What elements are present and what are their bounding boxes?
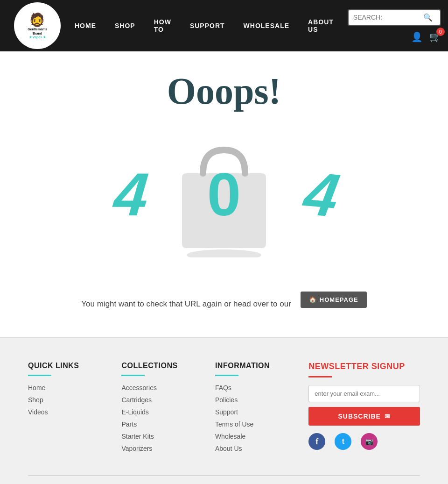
cart-badge: 0 — [436, 28, 445, 36]
subscribe-label: SUBSCRIBE — [338, 413, 380, 420]
collection-accessories[interactable]: Accessories — [121, 384, 156, 391]
quick-links-underline — [28, 375, 51, 376]
footer-quick-links: Quick Links Home Shop Videos — [28, 362, 107, 456]
information-underline — [215, 375, 238, 376]
site-header: 🧔 Gentleman's Brand ★ Vapes ★ HOME SHOP … — [0, 0, 448, 51]
collections-heading: Collections — [121, 362, 201, 370]
subscribe-button[interactable]: SUBSCRIBE ✉ — [308, 407, 420, 426]
list-item: FAQs — [215, 384, 294, 392]
list-item: Wholesale — [215, 432, 294, 441]
instagram-icon[interactable]: 📷 — [361, 433, 378, 450]
list-item: Home — [28, 384, 107, 392]
quick-link-videos[interactable]: Videos — [28, 408, 48, 416]
footer-collections: Collections Accessories Cartridges E-Liq… — [121, 362, 201, 456]
info-faqs[interactable]: FAQs — [215, 384, 231, 391]
homepage-button[interactable]: 🏠 HOMEPAGE — [301, 292, 367, 308]
list-item: Accessories — [121, 384, 201, 392]
information-heading: Information — [215, 362, 294, 370]
nav-about-us[interactable]: ABOUT US — [308, 18, 334, 33]
information-list: FAQs Policies Support Terms of Use Whole… — [215, 384, 294, 453]
user-icon-button[interactable]: 👤 — [411, 31, 423, 43]
digit-4-left: 4 — [112, 164, 151, 225]
twitter-icon[interactable]: t — [335, 433, 351, 450]
footer-grid: Quick Links Home Shop Videos Collections… — [28, 362, 420, 456]
logo-text-2: Brand — [28, 32, 47, 36]
quick-links-heading: Quick Links — [28, 362, 107, 370]
search-input[interactable] — [353, 14, 423, 21]
footer-information: Information FAQs Policies Support Terms … — [215, 362, 294, 456]
newsletter-heading: NEWSLETTER SIGNUP — [308, 362, 420, 371]
list-item: Videos — [28, 408, 107, 416]
digit-0: 0 — [207, 164, 241, 225]
newsletter-underline — [308, 376, 332, 377]
error-illustration: 4 0 4 — [119, 127, 329, 276]
list-item: About Us — [215, 444, 294, 453]
collections-underline — [121, 375, 145, 376]
info-wholesale[interactable]: Wholesale — [215, 433, 245, 440]
search-button[interactable]: 🔍 — [423, 13, 433, 22]
logo-icon: 🧔 — [28, 12, 47, 28]
list-item: Parts — [121, 420, 201, 428]
nav-shop[interactable]: SHOP — [115, 22, 135, 29]
list-item: Support — [215, 408, 294, 416]
collection-starter-kits[interactable]: Starter Kits — [121, 433, 154, 440]
logo-area: 🧔 Gentleman's Brand ★ Vapes ★ — [14, 2, 61, 49]
envelope-icon: ✉ — [385, 413, 391, 420]
cart-button[interactable]: 🛒 0 — [429, 31, 441, 43]
info-about-us[interactable]: About Us — [215, 445, 242, 452]
quick-link-home[interactable]: Home — [28, 384, 45, 391]
main-content: Ooops! 4 0 4 You might want to check tha… — [0, 51, 448, 337]
footer-newsletter: NEWSLETTER SIGNUP SUBSCRIBE ✉ f t 📷 — [308, 362, 420, 456]
list-item: Vaporizers — [121, 444, 201, 453]
page-title: Ooops! — [9, 70, 439, 113]
list-item: Starter Kits — [121, 432, 201, 441]
list-item: Policies — [215, 396, 294, 404]
logo[interactable]: 🧔 Gentleman's Brand ★ Vapes ★ — [14, 2, 61, 49]
info-terms[interactable]: Terms of Use — [215, 420, 253, 428]
collection-eliquids[interactable]: E-Liquids — [121, 408, 148, 416]
not-found-section: You might want to check that URL again o… — [9, 290, 439, 309]
nav-home[interactable]: HOME — [75, 22, 96, 29]
header-right: 🔍 👤 🛒 0 — [348, 9, 441, 43]
nav-support[interactable]: SUPPORT — [190, 22, 225, 29]
digit-4-right: 4 — [300, 163, 343, 226]
list-item: Cartridges — [121, 396, 201, 404]
collections-list: Accessories Cartridges E-Liquids Parts S… — [121, 384, 201, 453]
nav-how-to[interactable]: HOW TO — [154, 18, 171, 33]
list-item: Terms of Use — [215, 420, 294, 428]
nav-wholesale[interactable]: WHOLESALE — [244, 22, 289, 29]
homepage-btn-label: HOMEPAGE — [320, 296, 358, 303]
home-icon: 🏠 — [309, 296, 317, 303]
logo-text-3: ★ Vapes ★ — [28, 36, 47, 39]
site-footer: Quick Links Home Shop Videos Collections… — [0, 337, 448, 484]
list-item: E-Liquids — [121, 408, 201, 416]
facebook-icon[interactable]: f — [308, 433, 325, 450]
user-icon: 👤 — [411, 32, 423, 42]
not-found-message: You might want to check that URL again o… — [81, 299, 291, 309]
logo-text-1: Gentleman's — [28, 28, 47, 31]
newsletter-email-input[interactable] — [308, 385, 420, 402]
collection-vaporizers[interactable]: Vaporizers — [121, 445, 152, 452]
list-item: Shop — [28, 396, 107, 404]
social-icons: f t 📷 — [308, 433, 420, 450]
info-support[interactable]: Support — [215, 408, 238, 416]
quick-links-list: Home Shop Videos — [28, 384, 107, 416]
footer-divider — [28, 475, 420, 476]
search-bar[interactable]: 🔍 — [348, 9, 441, 26]
search-icon: 🔍 — [423, 14, 433, 21]
header-icons: 👤 🛒 0 — [411, 31, 441, 43]
collection-parts[interactable]: Parts — [121, 420, 137, 428]
info-policies[interactable]: Policies — [215, 396, 238, 404]
svg-point-1 — [187, 249, 261, 257]
collection-cartridges[interactable]: Cartridges — [121, 396, 152, 404]
main-nav: HOME SHOP HOW TO SUPPORT WHOLESALE ABOUT… — [61, 18, 348, 33]
quick-link-shop[interactable]: Shop — [28, 396, 43, 404]
